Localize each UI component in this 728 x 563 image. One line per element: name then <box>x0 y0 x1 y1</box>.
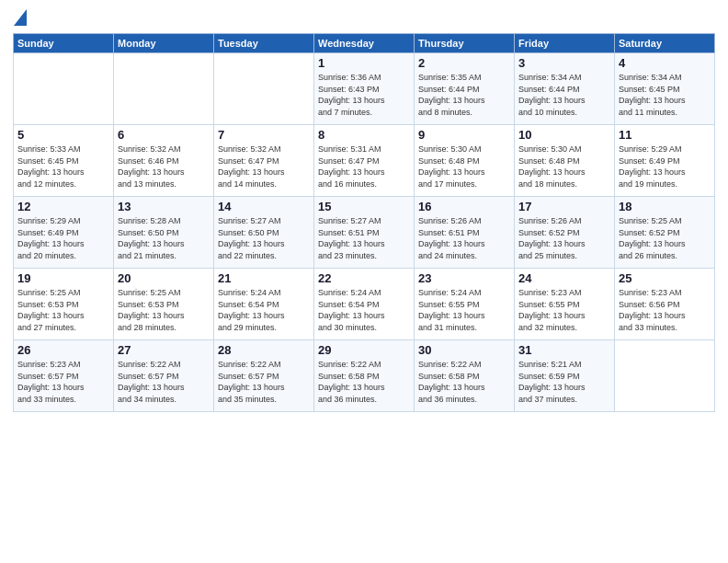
calendar-cell: 26Sunrise: 5:23 AM Sunset: 6:57 PM Dayli… <box>14 340 114 412</box>
day-number: 9 <box>418 128 510 142</box>
day-number: 12 <box>17 200 109 213</box>
calendar-cell <box>14 53 114 125</box>
day-info: Sunrise: 5:21 AM Sunset: 6:59 PM Dayligh… <box>518 359 610 405</box>
day-info: Sunrise: 5:33 AM Sunset: 6:45 PM Dayligh… <box>17 144 109 190</box>
day-info: Sunrise: 5:32 AM Sunset: 6:46 PM Dayligh… <box>118 144 210 190</box>
day-number: 14 <box>218 200 310 213</box>
calendar-week-1: 1Sunrise: 5:36 AM Sunset: 6:43 PM Daylig… <box>14 53 715 125</box>
day-info: Sunrise: 5:34 AM Sunset: 6:45 PM Dayligh… <box>619 72 711 118</box>
calendar-week-3: 12Sunrise: 5:29 AM Sunset: 6:49 PM Dayli… <box>14 197 715 269</box>
day-info: Sunrise: 5:22 AM Sunset: 6:57 PM Dayligh… <box>218 359 310 405</box>
logo <box>13 9 27 26</box>
day-number: 25 <box>619 271 711 285</box>
calendar-body: 1Sunrise: 5:36 AM Sunset: 6:43 PM Daylig… <box>14 53 715 412</box>
day-info: Sunrise: 5:30 AM Sunset: 6:48 PM Dayligh… <box>418 144 510 190</box>
day-number: 18 <box>619 200 711 213</box>
day-number: 17 <box>518 200 610 213</box>
day-info: Sunrise: 5:36 AM Sunset: 6:43 PM Dayligh… <box>318 72 410 118</box>
day-header-saturday: Saturday <box>615 34 715 53</box>
calendar-cell: 16Sunrise: 5:26 AM Sunset: 6:51 PM Dayli… <box>415 197 515 269</box>
calendar-cell: 23Sunrise: 5:24 AM Sunset: 6:55 PM Dayli… <box>415 269 515 340</box>
day-info: Sunrise: 5:23 AM Sunset: 6:57 PM Dayligh… <box>17 359 109 405</box>
day-info: Sunrise: 5:27 AM Sunset: 6:51 PM Dayligh… <box>318 215 410 261</box>
day-number: 26 <box>17 343 109 357</box>
calendar-cell <box>114 53 214 125</box>
day-number: 21 <box>218 271 310 285</box>
day-info: Sunrise: 5:22 AM Sunset: 6:58 PM Dayligh… <box>318 359 410 405</box>
day-info: Sunrise: 5:32 AM Sunset: 6:47 PM Dayligh… <box>218 144 310 190</box>
calendar-cell: 24Sunrise: 5:23 AM Sunset: 6:55 PM Dayli… <box>515 269 615 340</box>
calendar-cell: 25Sunrise: 5:23 AM Sunset: 6:56 PM Dayli… <box>615 269 715 340</box>
day-info: Sunrise: 5:22 AM Sunset: 6:57 PM Dayligh… <box>118 359 210 405</box>
day-info: Sunrise: 5:23 AM Sunset: 6:56 PM Dayligh… <box>619 287 711 333</box>
day-info: Sunrise: 5:29 AM Sunset: 6:49 PM Dayligh… <box>619 144 711 190</box>
calendar-cell: 15Sunrise: 5:27 AM Sunset: 6:51 PM Dayli… <box>314 197 415 269</box>
day-header-wednesday: Wednesday <box>314 34 415 53</box>
calendar-cell: 22Sunrise: 5:24 AM Sunset: 6:54 PM Dayli… <box>314 269 415 340</box>
day-info: Sunrise: 5:24 AM Sunset: 6:54 PM Dayligh… <box>218 287 310 333</box>
calendar-cell: 29Sunrise: 5:22 AM Sunset: 6:58 PM Dayli… <box>314 340 415 412</box>
day-info: Sunrise: 5:25 AM Sunset: 6:53 PM Dayligh… <box>118 287 210 333</box>
day-number: 15 <box>318 200 410 213</box>
day-number: 27 <box>118 343 210 357</box>
day-info: Sunrise: 5:35 AM Sunset: 6:44 PM Dayligh… <box>418 72 510 118</box>
day-number: 6 <box>118 128 210 142</box>
day-info: Sunrise: 5:25 AM Sunset: 6:52 PM Dayligh… <box>619 215 711 261</box>
calendar-header-row: SundayMondayTuesdayWednesdayThursdayFrid… <box>14 34 715 53</box>
day-header-thursday: Thursday <box>415 34 515 53</box>
calendar-cell: 19Sunrise: 5:25 AM Sunset: 6:53 PM Dayli… <box>14 269 114 340</box>
day-number: 29 <box>318 343 410 357</box>
svg-marker-0 <box>14 9 27 26</box>
day-number: 28 <box>218 343 310 357</box>
day-number: 10 <box>518 128 610 142</box>
page-container: SundayMondayTuesdayWednesdayThursdayFrid… <box>0 0 728 421</box>
day-number: 22 <box>318 271 410 285</box>
calendar-table: SundayMondayTuesdayWednesdayThursdayFrid… <box>13 33 715 412</box>
calendar-cell: 8Sunrise: 5:31 AM Sunset: 6:47 PM Daylig… <box>314 125 415 197</box>
day-info: Sunrise: 5:27 AM Sunset: 6:50 PM Dayligh… <box>218 215 310 261</box>
calendar-week-4: 19Sunrise: 5:25 AM Sunset: 6:53 PM Dayli… <box>14 269 715 340</box>
day-number: 19 <box>17 271 109 285</box>
day-info: Sunrise: 5:31 AM Sunset: 6:47 PM Dayligh… <box>318 144 410 190</box>
calendar-cell: 21Sunrise: 5:24 AM Sunset: 6:54 PM Dayli… <box>214 269 314 340</box>
calendar-week-2: 5Sunrise: 5:33 AM Sunset: 6:45 PM Daylig… <box>14 125 715 197</box>
day-info: Sunrise: 5:23 AM Sunset: 6:55 PM Dayligh… <box>518 287 610 333</box>
calendar-cell: 31Sunrise: 5:21 AM Sunset: 6:59 PM Dayli… <box>515 340 615 412</box>
day-info: Sunrise: 5:34 AM Sunset: 6:44 PM Dayligh… <box>518 72 610 118</box>
calendar-cell <box>615 340 715 412</box>
day-info: Sunrise: 5:25 AM Sunset: 6:53 PM Dayligh… <box>17 287 109 333</box>
day-number: 8 <box>318 128 410 142</box>
calendar-cell: 5Sunrise: 5:33 AM Sunset: 6:45 PM Daylig… <box>14 125 114 197</box>
calendar-cell: 14Sunrise: 5:27 AM Sunset: 6:50 PM Dayli… <box>214 197 314 269</box>
day-number: 1 <box>318 56 410 70</box>
calendar-cell: 27Sunrise: 5:22 AM Sunset: 6:57 PM Dayli… <box>114 340 214 412</box>
day-number: 11 <box>619 128 711 142</box>
day-number: 23 <box>418 271 510 285</box>
day-number: 7 <box>218 128 310 142</box>
calendar-cell: 4Sunrise: 5:34 AM Sunset: 6:45 PM Daylig… <box>615 53 715 125</box>
day-number: 16 <box>418 200 510 213</box>
calendar-cell: 28Sunrise: 5:22 AM Sunset: 6:57 PM Dayli… <box>214 340 314 412</box>
day-number: 13 <box>118 200 210 213</box>
day-info: Sunrise: 5:30 AM Sunset: 6:48 PM Dayligh… <box>518 144 610 190</box>
calendar-cell: 18Sunrise: 5:25 AM Sunset: 6:52 PM Dayli… <box>615 197 715 269</box>
calendar-cell: 30Sunrise: 5:22 AM Sunset: 6:58 PM Dayli… <box>415 340 515 412</box>
day-header-sunday: Sunday <box>14 34 114 53</box>
calendar-cell: 1Sunrise: 5:36 AM Sunset: 6:43 PM Daylig… <box>314 53 415 125</box>
day-info: Sunrise: 5:24 AM Sunset: 6:54 PM Dayligh… <box>318 287 410 333</box>
calendar-cell: 10Sunrise: 5:30 AM Sunset: 6:48 PM Dayli… <box>515 125 615 197</box>
day-number: 4 <box>619 56 711 70</box>
calendar-cell: 11Sunrise: 5:29 AM Sunset: 6:49 PM Dayli… <box>615 125 715 197</box>
day-info: Sunrise: 5:22 AM Sunset: 6:58 PM Dayligh… <box>418 359 510 405</box>
day-header-monday: Monday <box>114 34 214 53</box>
calendar-cell: 2Sunrise: 5:35 AM Sunset: 6:44 PM Daylig… <box>415 53 515 125</box>
logo-arrow-icon <box>14 9 27 26</box>
calendar-cell: 12Sunrise: 5:29 AM Sunset: 6:49 PM Dayli… <box>14 197 114 269</box>
day-number: 2 <box>418 56 510 70</box>
calendar-cell: 7Sunrise: 5:32 AM Sunset: 6:47 PM Daylig… <box>214 125 314 197</box>
calendar-week-5: 26Sunrise: 5:23 AM Sunset: 6:57 PM Dayli… <box>14 340 715 412</box>
day-info: Sunrise: 5:24 AM Sunset: 6:55 PM Dayligh… <box>418 287 510 333</box>
calendar-cell: 13Sunrise: 5:28 AM Sunset: 6:50 PM Dayli… <box>114 197 214 269</box>
day-info: Sunrise: 5:26 AM Sunset: 6:52 PM Dayligh… <box>518 215 610 261</box>
day-number: 24 <box>518 271 610 285</box>
